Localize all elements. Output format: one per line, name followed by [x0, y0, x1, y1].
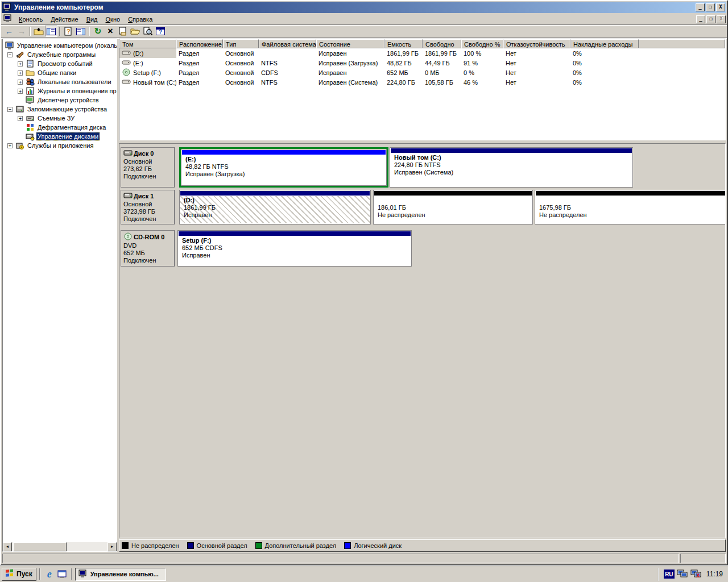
show-panel-icon[interactable] [75, 26, 87, 37]
disk-label-box[interactable]: Диск 1Основной3723,98 ГБПодключен [121, 190, 175, 225]
tree-item-диспетчер[interactable]: Диспетчер устройств [3, 95, 117, 105]
help-icon[interactable]: ? [154, 26, 167, 37]
volume-row[interactable]: Setup (F:)РазделОсновнойCDFSИсправен652 … [119, 68, 725, 77]
taskbar-clock[interactable]: 11:19 [706, 570, 723, 578]
column-header[interactable]: Тип [223, 39, 259, 48]
volume-cell: Раздел [176, 48, 223, 58]
tree-item-запоминающие[interactable]: −Запоминающие устройства [3, 105, 117, 114]
disk-label-box[interactable]: Диск 0Основной273,62 ГБПодключен [121, 147, 175, 188]
computer-management-window: Управление компьютером _ ❐ X КонсольДейс… [0, 0, 728, 566]
refresh-icon[interactable]: ↻ [92, 26, 104, 37]
volume-cell: 0% [570, 48, 639, 58]
network-error-icon[interactable]: x [690, 569, 702, 579]
tree-item-дефрагментация[interactable]: Дефрагментация диска [3, 123, 117, 132]
extended-partition-frame[interactable]: (E:)48,82 ГБ NTFSИсправен (Загрузка) [179, 147, 388, 188]
column-header[interactable]: Емкость [384, 39, 423, 48]
tree-expand-icon[interactable]: + [18, 116, 23, 121]
close-button[interactable]: X [716, 3, 725, 11]
disk-info-line: 652 МБ [123, 250, 173, 257]
partition-block[interactable]: 1675,98 ГБНе распределен [535, 190, 726, 225]
volume-cell: 91 % [461, 58, 503, 68]
scroll-left-button[interactable]: ◂ [3, 542, 12, 551]
tree-item-управление[interactable]: Управление компьютером (локаль [3, 41, 117, 50]
menu-вид[interactable]: Вид [82, 15, 102, 24]
column-header[interactable]: Состояние [316, 39, 384, 48]
tree-item-локальные[interactable]: +Локальные пользователи [3, 77, 117, 86]
volume-cell: Нет [503, 68, 570, 77]
volume-cell: 0% [570, 77, 639, 87]
properties-icon[interactable] [117, 26, 129, 37]
menu-консоль[interactable]: Консоль [15, 15, 47, 24]
tree-expand-icon[interactable]: + [18, 89, 23, 94]
tree-item-служебные[interactable]: −Служебные программы [3, 50, 117, 59]
disk-label-box[interactable]: CD-ROM 0DVD652 МБПодключен [121, 230, 175, 267]
column-header[interactable]: Том [119, 39, 176, 48]
column-header[interactable]: Файловая система [259, 39, 316, 48]
tree-horizontal-scrollbar[interactable]: ◂ ▸ [3, 542, 117, 551]
volume-cell: Исправен [316, 68, 384, 77]
column-header[interactable]: Свободно [423, 39, 461, 48]
restore-button[interactable]: ❐ [706, 3, 715, 11]
show-desktop-icon[interactable] [56, 568, 68, 580]
task-button-computer-management[interactable]: Управление компью... [75, 568, 166, 581]
column-header[interactable]: Расположение [176, 39, 223, 48]
title-bar[interactable]: Управление компьютером _ ❐ X [2, 2, 726, 13]
volume-row[interactable]: (D:)РазделОсновнойИсправен1861,99 ГБ1861… [119, 48, 725, 58]
menu-окно[interactable]: Окно [102, 15, 125, 24]
internet-explorer-icon[interactable]: e [43, 568, 56, 580]
tree-expand-icon[interactable]: + [18, 70, 23, 76]
tree-item-управление[interactable]: Управление дисками [3, 132, 117, 141]
child-minimize-button[interactable]: _ [696, 15, 705, 23]
tree-expand-icon[interactable]: + [18, 80, 23, 85]
partition-text: (D:)1861,99 ГБИсправен [180, 196, 370, 223]
tree-expand-icon[interactable]: − [7, 107, 13, 112]
column-header[interactable]: Накладные расходы [570, 39, 639, 48]
tree-item-label: Управление компьютером (локаль [16, 41, 117, 49]
minimize-button[interactable]: _ [696, 3, 705, 11]
partition-block[interactable]: (D:)1861,99 ГБИсправен [179, 190, 371, 225]
back-icon[interactable]: ← [3, 26, 15, 37]
legend-color-swatch [187, 542, 194, 549]
volume-row[interactable]: (E:)РазделОсновнойNTFSИсправен (Загрузка… [119, 58, 725, 68]
partition-block[interactable]: Setup (F:)652 МБ CDFSИсправен [177, 230, 412, 267]
tree-item-съемные[interactable]: +Съемные ЗУ [3, 114, 117, 123]
doc-question-icon[interactable]: ? [62, 26, 75, 37]
tree-item-label: Диспетчер устройств [36, 96, 100, 104]
cdrom-icon [123, 232, 133, 242]
menu-справка[interactable]: Справка [124, 15, 156, 24]
child-restore-button[interactable]: ❐ [706, 15, 715, 23]
forward-icon[interactable]: → [15, 26, 28, 37]
svg-text:?: ? [159, 29, 162, 35]
volume-row[interactable]: Новый том (C:)РазделОсновнойNTFSИсправен… [119, 77, 725, 87]
scrollbar-thumb[interactable] [13, 542, 67, 551]
search-icon[interactable] [142, 26, 154, 37]
column-header[interactable]: Свободно % [461, 39, 503, 48]
menu-действие[interactable]: Действие [47, 15, 82, 24]
tree-expand-icon[interactable]: + [18, 61, 23, 66]
tree-item-label: Локальные пользователи [36, 78, 113, 86]
partition-block[interactable]: (E:)48,82 ГБ NTFSИсправен (Загрузка) [181, 149, 387, 186]
partition-legend: Не распределенОсновной разделДополнитель… [119, 539, 726, 552]
up-folder-icon[interactable] [32, 26, 45, 37]
status-panel-right [680, 554, 726, 563]
tree-item-журналы[interactable]: +Журналы и оповещения пр [3, 86, 117, 95]
language-indicator[interactable]: RU [664, 569, 675, 579]
column-header[interactable]: Отказоустойчивость [503, 39, 570, 48]
tree-item-службы[interactable]: +Службы и приложения [3, 141, 117, 150]
window-title: Управление компьютером [14, 3, 696, 11]
mdi-child-icon[interactable] [3, 14, 13, 24]
tree-expand-icon[interactable]: + [7, 143, 13, 148]
network-icon[interactable] [677, 569, 688, 579]
start-button[interactable]: Пуск [2, 568, 36, 581]
show-tree-icon[interactable] [45, 26, 57, 37]
tools-icon [15, 50, 24, 59]
disk-icon [123, 149, 133, 158]
scroll-right-button[interactable]: ▸ [107, 542, 117, 551]
tree-item-общие[interactable]: +Общие папки [3, 68, 117, 77]
tree-item-просмотр[interactable]: +Просмотр событий [3, 59, 117, 68]
partition-block[interactable]: 186,01 ГБНе распределен [373, 190, 533, 225]
open-folder-icon[interactable] [129, 26, 142, 37]
partition-block[interactable]: Новый том (C:)224,80 ГБ NTFSИсправен (Си… [390, 147, 633, 188]
delete-icon[interactable]: × [104, 26, 117, 37]
tree-expand-icon[interactable]: − [7, 52, 13, 57]
